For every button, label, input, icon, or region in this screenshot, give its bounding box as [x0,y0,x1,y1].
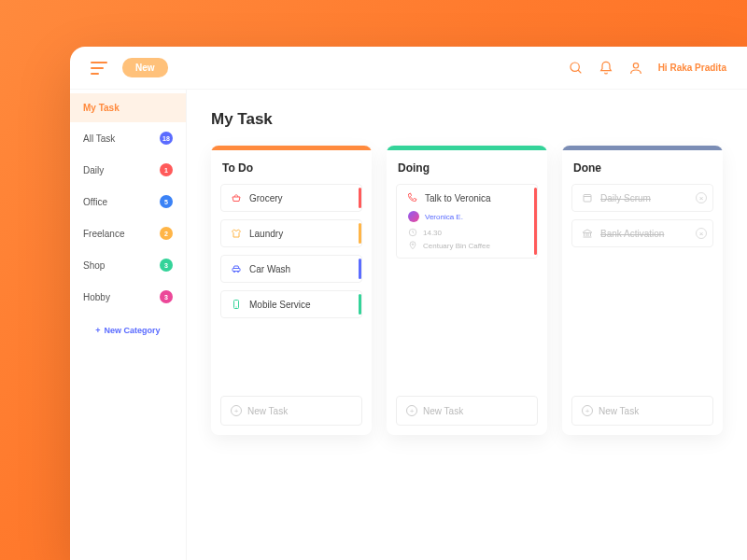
column-todo: To Do Grocery Laundry Car Wash [211,146,372,435]
menu-icon[interactable] [91,62,107,75]
avatar [408,211,419,222]
task-card-done[interactable]: Daily Scrum × [571,184,713,212]
new-category-button[interactable]: +New Category [70,326,186,335]
new-task-button[interactable]: +New Task [396,396,538,426]
badge: 3 [160,259,173,272]
badge: 2 [160,227,173,240]
basket-icon [231,192,242,203]
svg-line-1 [578,70,581,73]
sidebar-item-shop[interactable]: Shop3 [70,249,186,281]
column-done: Done Daily Scrum × Bank Activation × [562,146,723,435]
sidebar-item-my-task[interactable]: My Task [70,93,186,122]
user-icon[interactable] [628,61,643,76]
badge: 5 [160,195,173,208]
sidebar-item-office[interactable]: Office5 [70,186,186,217]
calendar-icon [582,192,593,203]
sidebar-item-hobby[interactable]: Hobby3 [70,281,186,313]
column-title: Doing [387,150,547,184]
clock-icon [408,228,417,237]
main: My Task To Do Grocery Laundry [187,90,747,560]
plus-icon: + [406,405,417,416]
remove-icon[interactable]: × [696,192,707,203]
task-card-expanded[interactable]: Talk to Veronica Veronica E. 14.30 Centu… [396,184,538,259]
task-card[interactable]: Laundry [220,219,362,247]
remove-icon[interactable]: × [696,228,707,239]
page-title: My Task [211,110,723,129]
search-icon[interactable] [569,61,584,76]
task-card[interactable]: Grocery [220,184,362,212]
topbar: New Hi Raka Pradita [70,47,747,90]
plus-icon: + [582,405,593,416]
sidebar-item-freelance[interactable]: Freelance2 [70,217,186,249]
new-button[interactable]: New [122,58,168,77]
app-window: New Hi Raka Pradita My Task All Task18 D… [70,47,747,560]
bank-icon [582,228,593,239]
bell-icon[interactable] [599,61,613,76]
badge: 3 [160,290,173,303]
new-task-button[interactable]: +New Task [571,396,713,426]
phone-call-icon [406,192,417,203]
column-title: Done [562,150,723,184]
person-name[interactable]: Veronica E. [425,213,463,221]
svg-point-0 [571,63,579,71]
task-card[interactable]: Car Wash [220,255,362,283]
kanban-columns: To Do Grocery Laundry Car Wash [211,146,723,435]
plus-icon: + [95,326,100,335]
location-icon [408,241,417,250]
shirt-icon [231,228,242,239]
sidebar: My Task All Task18 Daily1 Office5 Freela… [70,90,187,560]
user-greeting: Hi Raka Pradita [658,63,726,73]
plus-icon: + [231,405,242,416]
new-task-button[interactable]: +New Task [220,396,362,426]
svg-point-2 [633,63,638,67]
task-card-done[interactable]: Bank Activation × [571,219,713,247]
sidebar-item-all-task[interactable]: All Task18 [70,122,186,154]
column-title: To Do [211,150,372,184]
svg-point-9 [412,244,414,245]
phone-icon [231,299,242,310]
sidebar-item-daily[interactable]: Daily1 [70,154,186,186]
badge: 1 [160,163,173,176]
badge: 18 [160,132,173,145]
column-doing: Doing Talk to Veronica Veronica E. 14.30… [387,146,547,435]
task-card[interactable]: Mobile Service [220,290,362,318]
svg-rect-10 [584,195,591,203]
car-icon [231,263,242,274]
